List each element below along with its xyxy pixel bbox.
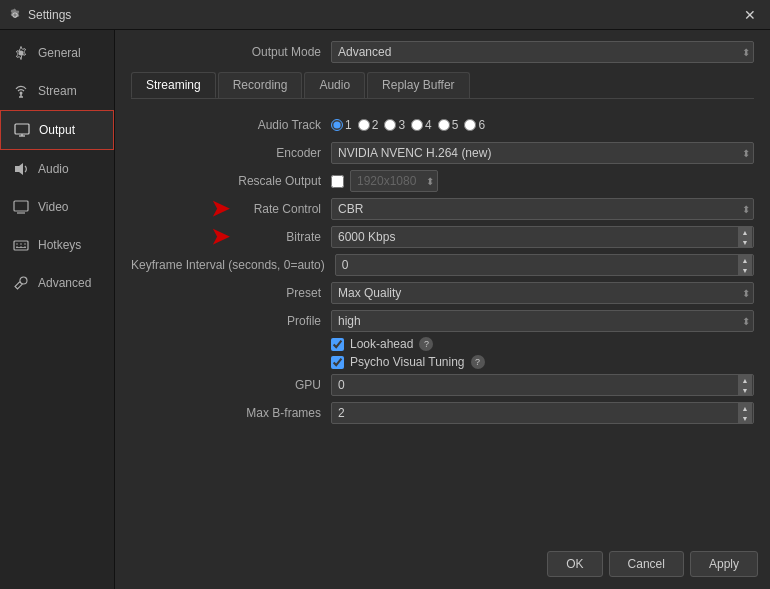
audio-track-1[interactable]: 1 bbox=[331, 118, 352, 132]
gpu-spin-arrows: ▲ ▼ bbox=[738, 375, 752, 395]
audio-track-controls: 1 2 3 4 5 6 bbox=[331, 118, 485, 132]
settings-icon bbox=[8, 8, 22, 22]
sidebar-item-output[interactable]: Output bbox=[0, 110, 114, 150]
gpu-input[interactable] bbox=[331, 374, 754, 396]
max-bframes-input[interactable] bbox=[331, 402, 754, 424]
keyframe-up-button[interactable]: ▲ bbox=[738, 255, 752, 265]
rescale-controls: 1920x1080 bbox=[331, 170, 438, 192]
keyframe-row: Keyframe Interval (seconds, 0=auto) ▲ ▼ bbox=[131, 253, 754, 277]
bottom-bar: OK Cancel Apply bbox=[547, 551, 758, 577]
rate-control-arrow: ➤ bbox=[211, 196, 229, 222]
form-area: Audio Track 1 2 3 4 5 bbox=[131, 113, 754, 425]
sidebar-item-general[interactable]: General bbox=[0, 34, 114, 72]
display-icon bbox=[12, 198, 30, 216]
max-bframes-down-button[interactable]: ▼ bbox=[738, 413, 752, 423]
bitrate-down-button[interactable]: ▼ bbox=[738, 237, 752, 247]
audio-track-2[interactable]: 2 bbox=[358, 118, 379, 132]
output-mode-select[interactable]: Advanced Simple bbox=[331, 41, 754, 63]
preset-label: Preset bbox=[131, 286, 331, 300]
rescale-resolution-wrapper: 1920x1080 bbox=[350, 170, 438, 192]
tab-streaming[interactable]: Streaming bbox=[131, 72, 216, 98]
content-area: Output Mode Advanced Simple Streaming Re… bbox=[115, 30, 770, 589]
signal-icon bbox=[12, 82, 30, 100]
encoder-select[interactable]: NVIDIA NVENC H.264 (new) bbox=[331, 142, 754, 164]
sidebar-item-stream-label: Stream bbox=[38, 84, 77, 98]
svg-rect-5 bbox=[14, 241, 28, 250]
keyframe-spin-wrapper: ▲ ▼ bbox=[335, 254, 754, 276]
audio-track-6[interactable]: 6 bbox=[464, 118, 485, 132]
bitrate-row: ➤ Bitrate ▲ ▼ bbox=[131, 225, 754, 249]
sidebar-item-video[interactable]: Video bbox=[0, 188, 114, 226]
gpu-up-button[interactable]: ▲ bbox=[738, 375, 752, 385]
output-mode-select-wrapper: Advanced Simple bbox=[331, 41, 754, 63]
bitrate-input[interactable] bbox=[331, 226, 754, 248]
encoder-select-wrapper: NVIDIA NVENC H.264 (new) bbox=[331, 142, 754, 164]
profile-select[interactable]: high main baseline bbox=[331, 310, 754, 332]
bitrate-up-button[interactable]: ▲ bbox=[738, 227, 752, 237]
audio-track-5[interactable]: 5 bbox=[438, 118, 459, 132]
keyboard-icon bbox=[12, 236, 30, 254]
rescale-row: Rescale Output 1920x1080 bbox=[131, 169, 754, 193]
audio-track-3[interactable]: 3 bbox=[384, 118, 405, 132]
sidebar-item-advanced-label: Advanced bbox=[38, 276, 91, 290]
max-bframes-label: Max B-frames bbox=[131, 406, 331, 420]
rescale-resolution-select[interactable]: 1920x1080 bbox=[350, 170, 438, 192]
tab-replay-buffer[interactable]: Replay Buffer bbox=[367, 72, 470, 98]
gpu-label: GPU bbox=[131, 378, 331, 392]
audio-track-4[interactable]: 4 bbox=[411, 118, 432, 132]
audio-track-row: Audio Track 1 2 3 4 5 bbox=[131, 113, 754, 137]
rate-control-select-wrapper: CBR VBR CQP bbox=[331, 198, 754, 220]
rate-control-row: ➤ Rate Control CBR VBR CQP bbox=[131, 197, 754, 221]
psycho-visual-help-icon[interactable]: ? bbox=[471, 355, 485, 369]
apply-button[interactable]: Apply bbox=[690, 551, 758, 577]
gpu-row: GPU ▲ ▼ bbox=[131, 373, 754, 397]
sidebar: General Stream bbox=[0, 30, 115, 589]
preset-select[interactable]: Max Quality High Quality Performance bbox=[331, 282, 754, 304]
sidebar-item-stream[interactable]: Stream bbox=[0, 72, 114, 110]
sidebar-item-hotkeys[interactable]: Hotkeys bbox=[0, 226, 114, 264]
psycho-visual-checkbox[interactable] bbox=[331, 356, 344, 369]
window-title: Settings bbox=[28, 8, 71, 22]
look-ahead-help-icon[interactable]: ? bbox=[419, 337, 433, 351]
tab-recording[interactable]: Recording bbox=[218, 72, 303, 98]
preset-row: Preset Max Quality High Quality Performa… bbox=[131, 281, 754, 305]
monitor-icon bbox=[13, 121, 31, 139]
sidebar-item-advanced[interactable]: Advanced bbox=[0, 264, 114, 302]
main-layout: General Stream bbox=[0, 30, 770, 589]
keyframe-input[interactable] bbox=[335, 254, 754, 276]
profile-row: Profile high main baseline bbox=[131, 309, 754, 333]
close-button[interactable]: ✕ bbox=[738, 5, 762, 25]
cancel-button[interactable]: Cancel bbox=[609, 551, 684, 577]
ok-button[interactable]: OK bbox=[547, 551, 602, 577]
preset-select-wrapper: Max Quality High Quality Performance bbox=[331, 282, 754, 304]
sidebar-item-audio[interactable]: Audio bbox=[0, 150, 114, 188]
rate-control-label: Rate Control bbox=[131, 202, 331, 216]
psycho-visual-label: Psycho Visual Tuning bbox=[350, 355, 465, 369]
rescale-checkbox[interactable] bbox=[331, 175, 344, 188]
tab-audio[interactable]: Audio bbox=[304, 72, 365, 98]
profile-select-wrapper: high main baseline bbox=[331, 310, 754, 332]
sidebar-item-general-label: General bbox=[38, 46, 81, 60]
max-bframes-spin-arrows: ▲ ▼ bbox=[738, 403, 752, 423]
sidebar-item-video-label: Video bbox=[38, 200, 68, 214]
look-ahead-row: Look-ahead ? bbox=[131, 337, 754, 351]
keyframe-spin-arrows: ▲ ▼ bbox=[738, 255, 752, 275]
encoder-label: Encoder bbox=[131, 146, 331, 160]
bitrate-label: Bitrate bbox=[131, 230, 331, 244]
bitrate-spin-wrapper: ▲ ▼ bbox=[331, 226, 754, 248]
gear-icon bbox=[12, 44, 30, 62]
sidebar-item-hotkeys-label: Hotkeys bbox=[38, 238, 81, 252]
gpu-down-button[interactable]: ▼ bbox=[738, 385, 752, 395]
speaker-icon bbox=[12, 160, 30, 178]
bitrate-arrow: ➤ bbox=[211, 224, 229, 250]
sidebar-item-audio-label: Audio bbox=[38, 162, 69, 176]
keyframe-down-button[interactable]: ▼ bbox=[738, 265, 752, 275]
max-bframes-up-button[interactable]: ▲ bbox=[738, 403, 752, 413]
rescale-label: Rescale Output bbox=[131, 174, 331, 188]
psycho-visual-row: Psycho Visual Tuning ? bbox=[131, 355, 754, 369]
keyframe-label: Keyframe Interval (seconds, 0=auto) bbox=[131, 258, 335, 272]
rate-control-select[interactable]: CBR VBR CQP bbox=[331, 198, 754, 220]
encoder-row: Encoder NVIDIA NVENC H.264 (new) bbox=[131, 141, 754, 165]
look-ahead-label: Look-ahead bbox=[350, 337, 413, 351]
look-ahead-checkbox[interactable] bbox=[331, 338, 344, 351]
